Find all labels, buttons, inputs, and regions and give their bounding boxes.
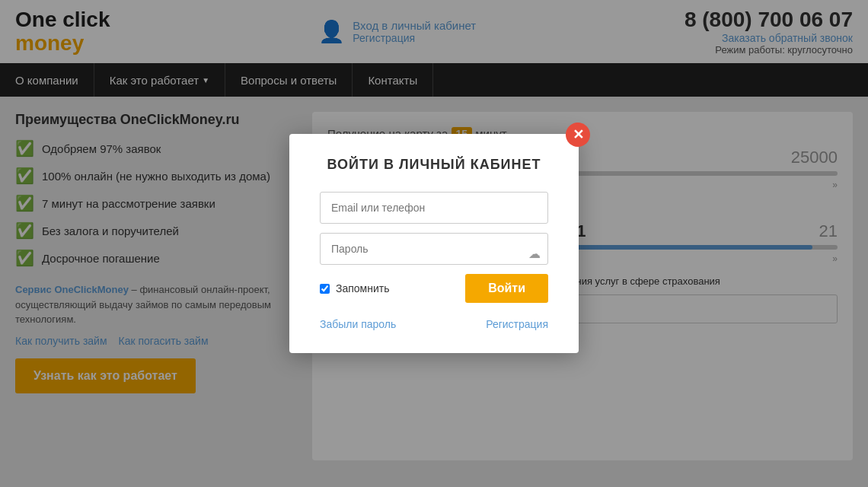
modal-overlay[interactable]: ✕ ВОЙТИ В ЛИЧНЫЙ КАБИНЕТ ☁ Запомнить Вой… — [0, 0, 868, 487]
forgot-password-link[interactable]: Забыли пароль — [320, 318, 396, 330]
close-button[interactable]: ✕ — [566, 123, 590, 147]
password-row: ☁ — [320, 233, 548, 274]
eye-icon: ☁ — [528, 247, 541, 261]
email-field[interactable] — [320, 192, 548, 224]
modal-title: ВОЙТИ В ЛИЧНЫЙ КАБИНЕТ — [320, 157, 548, 173]
login-button[interactable]: Войти — [465, 274, 548, 303]
modal-register-link[interactable]: Регистрация — [486, 318, 548, 330]
login-modal: ✕ ВОЙТИ В ЛИЧНЫЙ КАБИНЕТ ☁ Запомнить Вой… — [289, 134, 579, 353]
remember-row: Запомнить Войти — [320, 274, 548, 303]
remember-label: Запомнить — [336, 282, 390, 294]
password-field[interactable] — [320, 233, 548, 265]
remember-checkbox[interactable] — [320, 284, 330, 294]
remember-left: Запомнить — [320, 282, 390, 294]
modal-links: Забыли пароль Регистрация — [320, 318, 548, 330]
